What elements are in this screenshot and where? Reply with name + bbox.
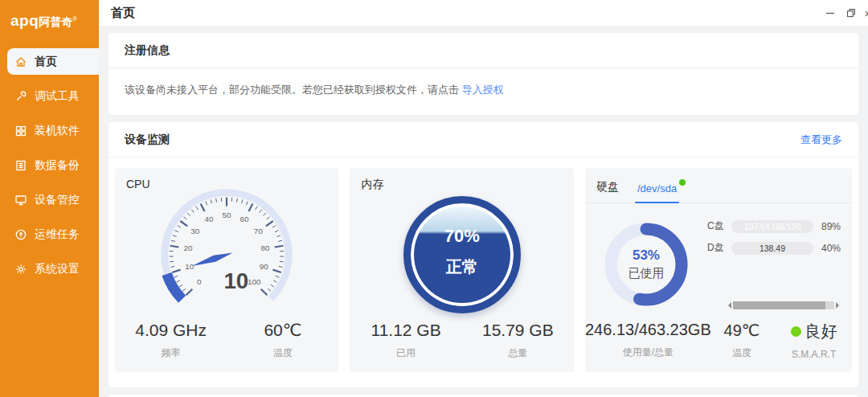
sidebar-item-label: 数据备份 [35,158,80,173]
gear-icon [14,263,27,276]
import-license-link[interactable]: 导入授权 [462,84,504,96]
svg-text:20: 20 [184,244,194,252]
memory-liquid-labels: 70% 正常 [411,203,514,306]
sidebar-item-label: 运维任务 [35,227,80,242]
minimize-button[interactable] [820,0,841,26]
disk-usage-percent: 53% [633,248,660,264]
sidebar: apq阿普奇® 首页 调试工具 装机软件 数据备份 [0,0,99,397]
svg-text:90: 90 [260,262,269,271]
disk-usage-value: 246.13/463.23GB [585,321,711,339]
disk-card-title: 硬盘 [596,180,619,203]
scroll-left-arrow-icon[interactable] [725,302,731,309]
disk-tab-dev-sda[interactable]: /dev/sda [635,182,679,203]
cpu-card: CPU 010203040506070809010010 4.09 GHz 频率… [115,168,338,372]
memory-used-stat: 11.12 GB 已用 [350,321,461,360]
cpu-frequency-label: 频率 [115,346,227,360]
svg-text:0: 0 [197,277,202,286]
sidebar-item-install-software[interactable]: 装机软件 [7,117,99,144]
memory-total-value: 15.79 GB [462,321,574,340]
sidebar-nav: 首页 调试工具 装机软件 数据备份 设备管控 [0,44,99,290]
partition-d-bar: 138.49 [731,242,813,255]
cpu-frequency-stat: 4.09 GHz 频率 [115,321,227,360]
disk-temperature-stat: 49℃ 温度 [711,321,772,360]
device-monitor-panel: 设备监测 查看更多 CPU 010203040506070809010010 4… [108,122,858,387]
disk-temperature-label: 温度 [711,346,772,360]
monitor-cards: CPU 010203040506070809010010 4.09 GHz 频率… [108,158,858,387]
disk-temperature-value: 49℃ [711,321,772,340]
disk-smart-stat: 良好 S.M.A.R.T [772,321,855,360]
disk-usage-stat: 246.13/463.23GB 使用量/总量 [585,321,711,360]
logo-text-cn: 阿普奇 [39,15,72,28]
cpu-temperature-value: 60℃ [227,321,338,340]
cpu-temperature-stat: 60℃ 温度 [227,321,338,360]
scroll-right-arrow-icon[interactable] [836,302,842,309]
sidebar-item-debug-tools[interactable]: 调试工具 [7,83,99,109]
restore-button[interactable] [841,0,862,26]
svg-text:30: 30 [190,227,200,235]
disk-tab-label: /dev/sda [637,182,677,194]
sidebar-item-ops-tasks[interactable]: 运维任务 [7,221,99,248]
scrollbar-thumb[interactable] [733,301,825,309]
disk-smart-status: 良好 [772,321,855,342]
titlebar: 首页 × [99,0,868,26]
disk-horizontal-scrollbar[interactable] [725,301,842,309]
memory-total-label: 总量 [462,346,574,360]
registration-header: 注册信息 [108,33,858,68]
disk-usage-stat-label: 使用量/总量 [585,346,711,359]
memory-stats: 11.12 GB 已用 15.79 GB 总量 [350,321,573,360]
partition-c-name: C盘 [707,219,731,233]
sidebar-item-label: 调试工具 [35,89,80,104]
sidebar-item-label: 装机软件 [35,124,80,138]
scrollbar-track[interactable] [733,301,834,309]
svg-text:100: 100 [248,277,261,286]
wrench-icon [14,90,27,103]
partition-row-c: C盘 107.64 GB/120 89% [707,219,841,233]
disk-header: 硬盘 /dev/sda [585,168,852,203]
home-icon [14,55,27,68]
close-button[interactable]: × [862,0,868,26]
svg-text:80: 80 [261,244,271,252]
content-area: 注册信息 该设备尚未接入平台，部分功能受限。若您已经获取到授权文件，请点击 导入… [99,26,868,397]
main-area: 首页 × 注册信息 该设备尚未接入平台，部分功能受限。若您已经获取到授权文件，请… [99,0,868,397]
memory-card: 内存 70% 正常 11.12 GB 已用 15.79 GB [350,168,573,372]
sidebar-item-home[interactable]: 首页 [7,48,99,75]
registration-body: 该设备尚未接入平台，部分功能受限。若您已经获取到授权文件，请点击 导入授权 [108,68,858,115]
sidebar-item-data-backup[interactable]: 数据备份 [7,152,99,178]
minimize-icon [825,8,835,18]
svg-text:40: 40 [205,215,215,223]
disk-partitions: C盘 107.64 GB/120 89% D盘 [696,215,844,314]
sidebar-item-device-control[interactable]: 设备管控 [7,186,99,213]
backup-icon [14,159,27,172]
logo-registered-mark: ® [72,15,77,23]
partition-d-percent: 40% [821,243,841,254]
cpu-gauge-chart: 010203040506070809010010 [143,181,310,316]
partition-d-name: D盘 [707,241,731,255]
partition-d-bar-text: 138.49 [731,242,813,255]
grid-icon [14,125,27,137]
sidebar-item-label: 系统设置 [35,262,80,276]
view-more-link[interactable]: 查看更多 [800,133,842,147]
svg-text:60: 60 [240,215,250,223]
sidebar-item-system-settings[interactable]: 系统设置 [7,256,99,282]
svg-text:70: 70 [254,227,264,235]
disk-usage-label: 已使用 [628,266,664,281]
logo-text-en: apq [10,12,39,29]
svg-text:10: 10 [186,262,195,271]
svg-text:50: 50 [223,211,232,219]
svg-text:10: 10 [224,268,249,293]
partition-c-bar-text: 107.64 GB/120 [731,220,813,233]
memory-used-label: 已用 [350,346,461,360]
disk-smart-label: S.M.A.R.T [772,349,855,360]
window-controls: × [820,0,868,26]
registration-panel: 注册信息 该设备尚未接入平台，部分功能受限。若您已经获取到授权文件，请点击 导入… [108,33,858,115]
cpu-stats: 4.09 GHz 频率 60℃ 温度 [115,321,338,360]
cpu-card-title: CPU [126,178,150,190]
monitor-header: 设备监测 查看更多 [108,122,858,158]
registration-text: 该设备尚未接入平台，部分功能受限。若您已经获取到授权文件，请点击 [125,84,459,96]
partition-c-percent: 89% [821,221,841,232]
partition-row-d: D盘 138.49 40% [707,241,841,255]
disk-stats: 246.13/463.23GB 使用量/总量 49℃ 温度 良好 [585,321,852,360]
memory-total-stat: 15.79 GB 总量 [462,321,574,360]
disk-body: 53% 已使用 C盘 107.64 GB/120 [585,203,852,314]
disk-card: 硬盘 /dev/sda 53% 已使用 [585,168,852,372]
